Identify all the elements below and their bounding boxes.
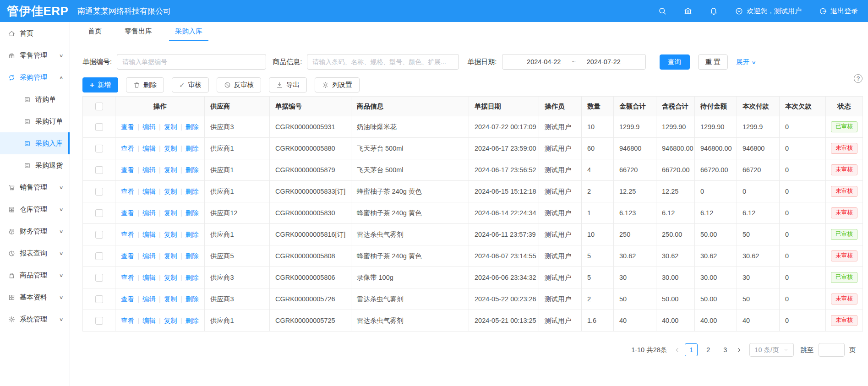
row-action-edit[interactable]: 编辑	[142, 166, 156, 174]
row-action-copy[interactable]: 复制	[164, 231, 177, 238]
delete-button[interactable]: 删除	[126, 77, 164, 92]
row-action-delete[interactable]: 删除	[186, 123, 199, 130]
expand-link[interactable]: 展开 ∨	[737, 58, 755, 66]
bill-no-input[interactable]	[117, 54, 266, 70]
sidebar-item-report-query[interactable]: 报表查询∨	[0, 242, 70, 264]
row-action-view[interactable]: 查看	[121, 145, 134, 152]
row-checkbox[interactable]	[95, 123, 103, 131]
status-badge: 已审核	[831, 229, 857, 240]
user-menu[interactable]: 欢迎您，测试用户	[735, 7, 802, 16]
tab-home[interactable]: 首页	[82, 22, 108, 41]
row-action-view[interactable]: 查看	[121, 295, 134, 303]
row-action-view[interactable]: 查看	[121, 123, 134, 130]
help-icon[interactable]: ?	[854, 74, 863, 83]
tab-retail-outbound[interactable]: 零售出库	[119, 22, 158, 41]
sidebar-item-finance-mgmt[interactable]: 财务管理∨	[0, 220, 70, 242]
row-action-copy[interactable]: 复制	[164, 188, 177, 195]
sidebar-item-purchase-inbound[interactable]: 采购入库	[0, 132, 70, 154]
sidebar-item-purchase-request[interactable]: 请购单	[0, 88, 70, 110]
row-action-copy[interactable]: 复制	[164, 209, 177, 217]
search-icon[interactable]	[658, 7, 666, 15]
tab-purchase-inbound[interactable]: 采购入库	[169, 22, 208, 41]
select-all-checkbox[interactable]	[95, 103, 103, 110]
row-checkbox[interactable]	[95, 145, 103, 152]
row-action-delete[interactable]: 删除	[186, 252, 199, 260]
date-start-value[interactable]: 2024-04-22	[527, 58, 561, 65]
row-action-copy[interactable]: 复制	[164, 166, 177, 174]
sidebar-item-home[interactable]: 首页	[0, 22, 70, 44]
unaudit-button[interactable]: 反审核	[217, 77, 262, 92]
row-checkbox[interactable]	[95, 317, 103, 325]
sidebar-item-system-mgmt[interactable]: 系统管理∨	[0, 308, 70, 330]
row-action-delete[interactable]: 删除	[186, 145, 199, 152]
row-action-edit[interactable]: 编辑	[142, 295, 156, 303]
sidebar-item-base-data[interactable]: 基本资料∨	[0, 286, 70, 308]
bell-icon[interactable]	[710, 7, 718, 15]
row-checkbox[interactable]	[95, 274, 103, 282]
page-number-3[interactable]: 3	[719, 343, 732, 356]
row-action-edit[interactable]: 编辑	[142, 274, 156, 281]
product-info-input[interactable]	[307, 54, 459, 70]
row-checkbox[interactable]	[95, 209, 103, 217]
row-action-edit[interactable]: 编辑	[142, 252, 156, 260]
table-row: 查看|编辑|复制|删除供应商3CGRK00000005726雷达杀虫气雾剂202…	[83, 288, 863, 310]
row-action-delete[interactable]: 删除	[186, 295, 199, 303]
cell-paid: 30.62	[737, 245, 780, 267]
bank-icon[interactable]	[684, 7, 692, 15]
sidebar-item-sales-mgmt[interactable]: 销售管理∨	[0, 176, 70, 198]
sidebar-item-goods-mgmt[interactable]: 商品管理∨	[0, 264, 70, 286]
sidebar-item-label: 采购管理	[20, 73, 47, 82]
row-action-delete[interactable]: 删除	[186, 317, 199, 324]
row-action-delete[interactable]: 删除	[186, 231, 199, 238]
row-action-view[interactable]: 查看	[121, 188, 134, 195]
logout-button[interactable]: 退出登录	[819, 7, 858, 16]
reset-button[interactable]: 重 置	[698, 54, 728, 70]
row-action-copy[interactable]: 复制	[164, 252, 177, 260]
sidebar-item-warehouse-mgmt[interactable]: 仓库管理∨	[0, 198, 70, 220]
sidebar-item-purchase-order[interactable]: 采购订单	[0, 110, 70, 132]
sidebar-item-purchase-mgmt[interactable]: 采购管理∧	[0, 66, 70, 88]
page-number-2[interactable]: 2	[702, 343, 715, 356]
export-button[interactable]: 导出	[269, 77, 307, 92]
row-action-edit[interactable]: 编辑	[142, 317, 156, 324]
date-end-value[interactable]: 2024-07-22	[587, 58, 621, 65]
row-action-copy[interactable]: 复制	[164, 274, 177, 281]
row-checkbox[interactable]	[95, 188, 103, 196]
search-button[interactable]: 查询	[660, 54, 690, 70]
row-action-edit[interactable]: 编辑	[142, 145, 156, 152]
jump-page-input[interactable]	[819, 343, 845, 357]
add-button[interactable]: +新增	[82, 77, 118, 92]
row-action-view[interactable]: 查看	[121, 166, 134, 174]
row-action-delete[interactable]: 删除	[186, 188, 199, 195]
row-checkbox[interactable]	[95, 231, 103, 239]
row-checkbox[interactable]	[95, 166, 103, 174]
row-action-copy[interactable]: 复制	[164, 145, 177, 152]
next-page-icon[interactable]	[736, 347, 742, 353]
page-size-select[interactable]: 10 条/页	[749, 343, 793, 357]
sidebar-item-purchase-return[interactable]: 采购退货	[0, 154, 70, 176]
app-logo: 管伊佳ERP	[0, 3, 70, 19]
row-action-view[interactable]: 查看	[121, 252, 134, 260]
prev-page-icon[interactable]	[674, 347, 681, 353]
row-checkbox[interactable]	[95, 295, 103, 303]
row-action-copy[interactable]: 复制	[164, 317, 177, 324]
row-action-view[interactable]: 查看	[121, 317, 134, 324]
row-action-view[interactable]: 查看	[121, 209, 134, 217]
row-action-copy[interactable]: 复制	[164, 123, 177, 130]
sidebar-item-retail-mgmt[interactable]: 零售管理∨	[0, 44, 70, 66]
row-action-view[interactable]: 查看	[121, 274, 134, 281]
page-number-1[interactable]: 1	[685, 343, 698, 356]
row-action-edit[interactable]: 编辑	[142, 188, 156, 195]
date-range-picker[interactable]: 2024-04-22 ~ 2024-07-22	[502, 54, 646, 70]
row-checkbox[interactable]	[95, 252, 103, 260]
row-action-delete[interactable]: 删除	[186, 209, 199, 217]
row-action-delete[interactable]: 删除	[186, 166, 199, 174]
audit-button[interactable]: ✓审核	[172, 77, 209, 92]
row-action-view[interactable]: 查看	[121, 231, 134, 238]
row-action-edit[interactable]: 编辑	[142, 209, 156, 217]
row-action-copy[interactable]: 复制	[164, 295, 177, 303]
row-action-edit[interactable]: 编辑	[142, 231, 156, 238]
column-settings-button[interactable]: 列设置	[315, 77, 360, 92]
row-action-delete[interactable]: 删除	[186, 274, 199, 281]
row-action-edit[interactable]: 编辑	[142, 123, 156, 130]
